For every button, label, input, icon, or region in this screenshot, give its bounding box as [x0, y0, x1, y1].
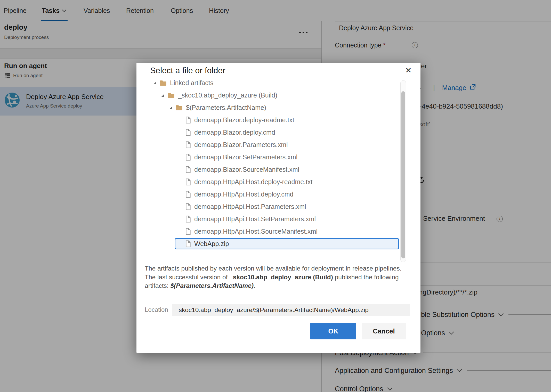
file-picker-dialog: Select a file or folder ✕ Linked artifac… — [136, 63, 420, 353]
expander-icon[interactable] — [161, 94, 164, 97]
location-value-field[interactable]: _skoc10.abp_deploy_azure/$(Parameters.Ar… — [172, 304, 410, 316]
dialog-title: Select a file or folder — [150, 66, 225, 75]
dialog-divider — [136, 262, 420, 262]
tree-item[interactable]: $(Parameters.ArtifactName) — [147, 101, 405, 114]
folder-icon — [168, 92, 175, 98]
tree-item[interactable]: demoapp.HttpApi.Host.SourceManifest.xml — [147, 225, 405, 238]
tree-item[interactable]: demoapp.HttpApi.Host.deploy.cmd — [147, 188, 405, 200]
ok-button[interactable]: OK — [310, 323, 356, 339]
tree-item[interactable]: _skoc10.abp_deploy_azure (Build) — [147, 89, 405, 101]
tree-item[interactable]: demoapp.Blazor.deploy-readme.txt — [147, 114, 405, 126]
tree-item[interactable]: demoapp.HttpApi.Host.Parameters.xml — [147, 200, 405, 213]
file-icon — [185, 240, 191, 247]
file-icon — [185, 154, 191, 161]
scrollbar-thumb[interactable] — [401, 91, 405, 258]
tree-item[interactable]: demoapp.Blazor.SetParameters.xml — [147, 151, 405, 163]
artifact-description: The artifacts published by each version … — [145, 264, 408, 290]
file-icon — [185, 191, 191, 198]
file-icon — [185, 216, 191, 223]
cancel-button[interactable]: Cancel — [362, 323, 406, 339]
tree-item[interactable]: WebApp.zip — [147, 238, 405, 250]
folder-icon — [176, 105, 183, 111]
tree-item[interactable]: demoapp.HttpApi.Host.SetParameters.xml — [147, 213, 405, 225]
tree-item[interactable]: demoapp.Blazor.Parameters.xml — [147, 138, 405, 151]
file-icon — [185, 203, 191, 210]
close-icon[interactable]: ✕ — [405, 66, 412, 75]
tree-item[interactable]: demoapp.HttpApi.Host.deploy-readme.txt — [147, 176, 405, 188]
file-icon — [185, 228, 191, 235]
tree-item[interactable]: Linked artifacts — [147, 80, 405, 89]
expander-icon[interactable] — [153, 81, 156, 84]
location-label: Location — [145, 304, 168, 316]
file-icon — [185, 129, 191, 136]
tree-item[interactable]: demoapp.Blazor.SourceManifest.xml — [147, 163, 405, 176]
folder-icon — [160, 80, 167, 86]
artifact-file-tree: Linked artifacts_skoc10.abp_deploy_azure… — [147, 80, 405, 262]
tree-scrollbar[interactable] — [400, 80, 406, 262]
tree-item[interactable]: demoapp.Blazor.deploy.cmd — [147, 126, 405, 138]
selected-tree-item[interactable]: WebApp.zip — [175, 238, 399, 249]
file-icon — [185, 117, 191, 124]
file-icon — [185, 166, 191, 173]
expander-icon[interactable] — [169, 106, 172, 109]
file-icon — [185, 178, 191, 185]
file-icon — [185, 141, 191, 148]
